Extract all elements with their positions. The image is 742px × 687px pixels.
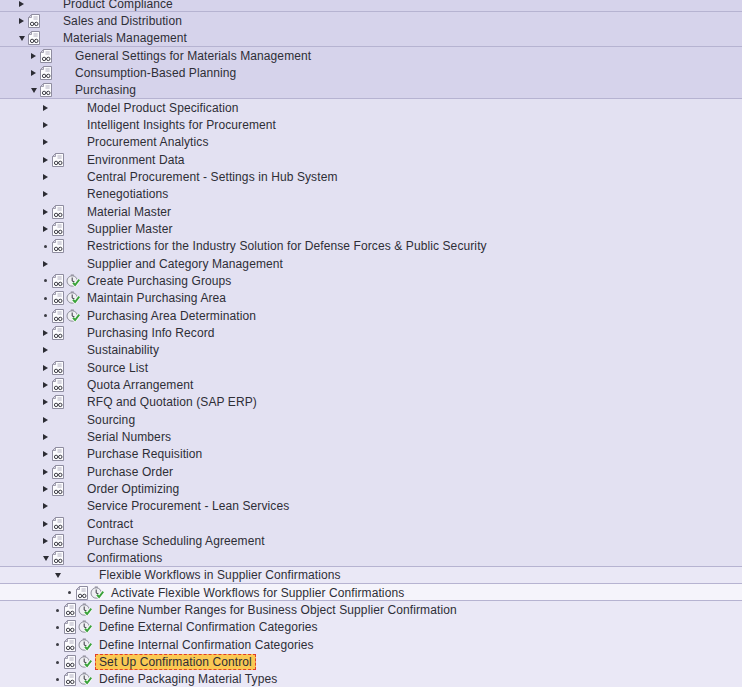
img-activity-icon[interactable] [78,655,92,669]
tree-node[interactable]: Define Packaging Material Types [0,671,742,687]
img-activity-icon[interactable] [66,309,80,323]
collapse-arrow-icon[interactable] [43,469,52,475]
tree-node-label[interactable]: Contract [87,517,133,531]
img-documentation-icon[interactable] [52,395,66,409]
tree-node-label[interactable]: Purchase Requisition [87,447,202,461]
img-documentation-icon[interactable] [52,378,66,392]
tree-node-label[interactable]: Renegotiations [87,187,168,201]
img-documentation-icon[interactable] [52,447,66,461]
expand-arrow-icon[interactable] [19,36,28,41]
img-documentation-icon[interactable] [64,672,78,686]
expand-arrow-icon[interactable] [31,88,40,93]
img-documentation-icon[interactable] [76,586,90,600]
img-documentation-icon[interactable] [52,274,66,288]
tree-node-label[interactable]: Intelligent Insights for Procurement [87,118,276,132]
tree-node-label[interactable]: Source List [87,361,148,375]
tree-node-label[interactable]: Procurement Analytics [87,135,209,149]
tree-node-label[interactable]: Order Optimizing [87,482,179,496]
tree-node-label-selected[interactable]: Set Up Confirmation Control [95,654,256,670]
tree-node-label[interactable]: Create Purchasing Groups [87,274,231,288]
tree-node[interactable]: Create Purchasing Groups [0,272,742,289]
collapse-arrow-icon[interactable] [43,503,52,509]
collapse-arrow-icon[interactable] [43,157,52,163]
tree-node[interactable]: Purchase Order [0,463,742,480]
tree-node[interactable]: Maintain Purchasing Area [0,290,742,307]
tree-node-label[interactable]: General Settings for Materials Managemen… [75,49,311,63]
tree-node[interactable]: Purchasing Info Record [0,324,742,341]
tree-node-label[interactable]: Supplier and Category Management [87,257,283,271]
tree-node[interactable]: Supplier Master [0,220,742,237]
img-activity-icon[interactable] [78,620,92,634]
tree-node[interactable]: Central Procurement - Settings in Hub Sy… [0,168,742,185]
tree-node[interactable]: RFQ and Quotation (SAP ERP) [0,394,742,411]
img-activity-icon[interactable] [90,586,104,600]
tree-node-label[interactable]: Consumption-Based Planning [75,66,236,80]
tree-node-label[interactable]: Materials Management [63,31,187,45]
tree-node-label[interactable]: Central Procurement - Settings in Hub Sy… [87,170,338,184]
img-documentation-icon[interactable] [52,551,66,565]
tree-node[interactable]: General Settings for Materials Managemen… [0,47,742,64]
tree-node-label[interactable]: Sales and Distribution [63,14,182,28]
collapse-arrow-icon[interactable] [43,139,52,145]
img-activity-icon[interactable] [66,291,80,305]
tree-node[interactable]: Purchase Requisition [0,446,742,463]
collapse-arrow-icon[interactable] [43,122,52,128]
collapse-arrow-icon[interactable] [43,226,52,232]
img-documentation-icon[interactable] [40,49,54,63]
expand-arrow-icon[interactable] [43,556,52,561]
tree-node-label[interactable]: Serial Numbers [87,430,171,444]
collapse-arrow-icon[interactable] [19,18,28,24]
tree-node[interactable]: Restrictions for the Industry Solution f… [0,238,742,255]
collapse-arrow-icon[interactable] [43,417,52,423]
collapse-arrow-icon[interactable] [19,1,28,7]
collapse-arrow-icon[interactable] [43,261,52,267]
tree-node-label[interactable]: Environment Data [87,153,185,167]
img-activity-icon[interactable] [78,672,92,686]
tree-node-label[interactable]: Restrictions for the Industry Solution f… [87,239,487,253]
img-documentation-icon[interactable] [52,517,66,531]
tree-node-label[interactable]: Sustainability [87,343,159,357]
img-documentation-icon[interactable] [64,638,78,652]
tree-node-label[interactable]: Sourcing [87,413,135,427]
tree-node[interactable]: Renegotiations [0,186,742,203]
collapse-arrow-icon[interactable] [43,174,52,180]
img-documentation-icon[interactable] [52,205,66,219]
collapse-arrow-icon[interactable] [43,486,52,492]
collapse-arrow-icon[interactable] [43,105,52,111]
tree-node[interactable]: Service Procurement - Lean Services [0,498,742,515]
tree-node-label[interactable]: Define Internal Confirmation Categories [99,638,314,652]
tree-node[interactable]: Procurement Analytics [0,134,742,151]
tree-node-label[interactable]: Supplier Master [87,222,173,236]
tree-node[interactable]: Flexible Workflows in Supplier Confirmat… [0,567,742,584]
collapse-arrow-icon[interactable] [43,521,52,527]
tree-node-label[interactable]: Confirmations [87,551,162,565]
img-documentation-icon[interactable] [52,534,66,548]
img-documentation-icon[interactable] [52,326,66,340]
img-documentation-icon[interactable] [52,239,66,253]
tree-node-label[interactable]: Define External Confirmation Categories [99,620,318,634]
img-documentation-icon[interactable] [52,291,66,305]
img-documentation-icon[interactable] [40,66,54,80]
tree-node-label[interactable]: Activate Flexible Workflows for Supplier… [111,586,404,600]
img-documentation-icon[interactable] [64,655,78,669]
expand-arrow-icon[interactable] [55,573,64,578]
img-documentation-icon[interactable] [28,31,42,45]
tree-node[interactable]: Activate Flexible Workflows for Supplier… [0,584,742,601]
tree-node[interactable]: Material Master [0,203,742,220]
collapse-arrow-icon[interactable] [43,330,52,336]
collapse-arrow-icon[interactable] [43,209,52,215]
tree-node-label[interactable]: Define Number Ranges for Business Object… [99,603,457,617]
img-documentation-icon[interactable] [52,153,66,167]
tree-node[interactable]: Sales and Distribution [0,12,742,29]
tree-node-label[interactable]: Maintain Purchasing Area [87,291,226,305]
img-documentation-icon[interactable] [52,222,66,236]
tree-node[interactable]: Order Optimizing [0,480,742,497]
tree-node[interactable]: Consumption-Based Planning [0,64,742,81]
tree-node-label[interactable]: Purchase Scheduling Agreement [87,534,265,548]
collapse-arrow-icon[interactable] [43,538,52,544]
tree-node[interactable]: Set Up Confirmation Control [0,653,742,670]
tree-node[interactable]: Environment Data [0,151,742,168]
collapse-arrow-icon[interactable] [43,382,52,388]
img-documentation-icon[interactable] [52,482,66,496]
img-documentation-icon[interactable] [64,603,78,617]
